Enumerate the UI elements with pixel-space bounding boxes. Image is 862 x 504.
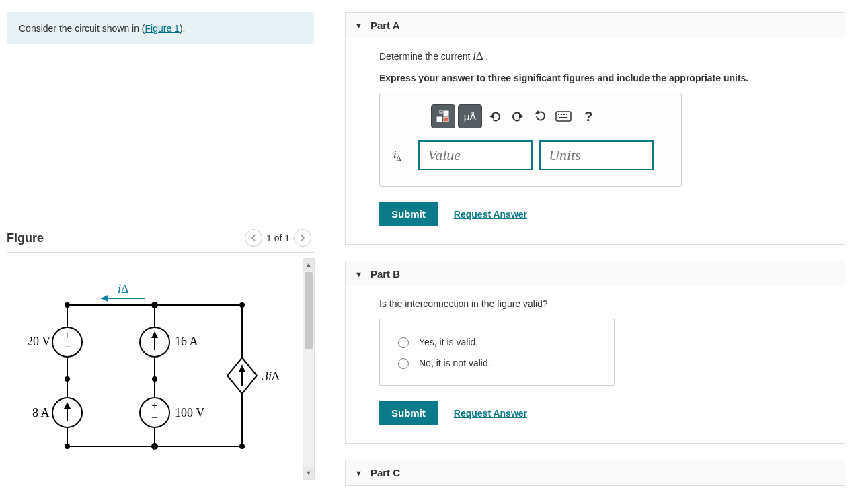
reset-button[interactable] — [531, 104, 551, 128]
radio-yes[interactable] — [398, 337, 409, 348]
collapse-icon: ▼ — [355, 22, 362, 30]
prompt-suffix: ). — [180, 23, 186, 34]
label-3idelta: 3i∆ — [262, 370, 279, 383]
figure-counter: 1 of 1 — [266, 233, 290, 243]
current-i-delta-arrow: i∆ — [101, 282, 145, 302]
svg-rect-33 — [558, 114, 559, 115]
undo-icon — [488, 110, 502, 122]
template-button[interactable] — [431, 104, 455, 128]
svg-point-7 — [239, 444, 245, 449]
svg-point-1 — [151, 302, 158, 308]
svg-text:−: − — [151, 411, 158, 424]
submit-button-a[interactable]: Submit — [379, 202, 438, 226]
figure-next-button[interactable] — [294, 229, 311, 247]
request-answer-a[interactable]: Request Answer — [454, 209, 527, 220]
option-no-label: No, it is not valid. — [419, 358, 491, 368]
source-100v: + − 100 V — [140, 398, 204, 427]
part-b-question: Is the interconnection in the figure val… — [379, 298, 830, 309]
radio-no[interactable] — [398, 358, 409, 369]
svg-marker-9 — [101, 295, 108, 302]
answer-row: i∆ = — [393, 140, 668, 170]
figure-body: i∆ + − 20 V 8 A — [7, 258, 314, 480]
redo-button[interactable] — [508, 104, 528, 128]
radio-panel: Yes, it is valid. No, it is not valid. — [379, 319, 615, 386]
svg-point-3 — [65, 376, 70, 382]
source-20v: + − 20 V — [27, 327, 82, 357]
value-input[interactable] — [418, 140, 533, 170]
svg-point-0 — [65, 302, 70, 308]
part-a-title: Part A — [370, 19, 400, 31]
svg-text:+: + — [64, 329, 70, 341]
part-b-title: Part B — [370, 268, 400, 280]
request-answer-b[interactable]: Request Answer — [454, 408, 527, 419]
figure-link[interactable]: Figure 1 — [145, 23, 180, 34]
keyboard-icon — [555, 111, 572, 122]
svg-rect-37 — [559, 117, 567, 118]
source-dependent-3idelta: 3i∆ — [227, 358, 279, 394]
collapse-icon: ▼ — [355, 270, 362, 278]
svg-rect-27 — [444, 117, 448, 122]
problem-prompt: Consider the circuit shown in (Figure 1)… — [7, 12, 314, 44]
part-c-block: ▼ Part C — [345, 460, 845, 486]
prompt-prefix: Consider the circuit shown in ( — [19, 23, 145, 34]
units-button[interactable]: μÅ — [458, 104, 482, 128]
figure-title: Figure — [7, 231, 44, 245]
right-pane: ▼ Part A Determine the current i∆ . Expr… — [321, 0, 862, 504]
svg-point-5 — [65, 444, 70, 449]
svg-point-2 — [239, 302, 245, 308]
svg-rect-25 — [437, 117, 442, 122]
left-pane: Consider the circuit shown in (Figure 1)… — [0, 0, 321, 504]
chevron-left-icon — [250, 235, 257, 241]
label-20v: 20 V — [27, 335, 50, 348]
label-i-delta: i∆ — [118, 282, 128, 296]
svg-rect-36 — [566, 114, 567, 115]
part-b-header[interactable]: ▼ Part B — [346, 261, 845, 286]
option-no[interactable]: No, it is not valid. — [395, 352, 599, 373]
part-a-header[interactable]: ▼ Part A — [346, 12, 845, 38]
figure-nav: 1 of 1 — [245, 229, 311, 247]
help-button[interactable]: ? — [576, 104, 600, 128]
figure-header: Figure 1 of 1 — [7, 229, 314, 253]
units-input[interactable] — [539, 140, 654, 170]
part-b-block: ▼ Part B Is the interconnection in the f… — [345, 261, 845, 444]
source-8a: 8 A — [32, 398, 82, 427]
label-100v: 100 V — [175, 406, 204, 419]
scroll-thumb[interactable] — [305, 272, 313, 349]
svg-point-6 — [151, 443, 158, 450]
label-8a: 8 A — [32, 406, 50, 419]
submit-button-b[interactable]: Submit — [379, 401, 438, 425]
keyboard-button[interactable] — [553, 104, 574, 128]
part-c-title: Part C — [370, 467, 400, 478]
collapse-icon: ▼ — [355, 469, 362, 477]
fraction-template-icon — [436, 110, 450, 123]
source-16a: 16 A — [140, 327, 198, 357]
svg-rect-32 — [556, 112, 571, 121]
scroll-down-icon[interactable]: ▼ — [303, 467, 314, 479]
part-a-block: ▼ Part A Determine the current i∆ . Expr… — [345, 12, 845, 245]
reset-icon — [534, 110, 547, 123]
svg-rect-34 — [561, 114, 562, 115]
svg-text:−: − — [64, 340, 71, 353]
option-yes-label: Yes, it is valid. — [419, 337, 478, 347]
figure-prev-button[interactable] — [245, 229, 262, 247]
variable-label: i∆ = — [393, 148, 412, 162]
svg-rect-26 — [444, 111, 448, 116]
figure-scrollbar[interactable]: ▲ ▼ — [303, 258, 315, 480]
part-a-instruction-2: Express your answer to three significant… — [379, 73, 830, 83]
scroll-up-icon[interactable]: ▲ — [303, 259, 314, 271]
answer-panel: μÅ ? — [379, 93, 682, 187]
svg-text:+: + — [151, 400, 157, 411]
undo-button[interactable] — [485, 104, 505, 128]
chevron-right-icon — [299, 235, 306, 241]
svg-rect-28 — [440, 110, 442, 113]
svg-rect-35 — [563, 114, 565, 115]
label-16a: 16 A — [175, 335, 198, 348]
circuit-diagram: i∆ + − 20 V 8 A — [13, 278, 296, 466]
answer-toolbar: μÅ ? — [431, 104, 668, 128]
part-c-header[interactable]: ▼ Part C — [346, 460, 845, 485]
option-yes[interactable]: Yes, it is valid. — [395, 331, 599, 352]
redo-icon — [511, 110, 524, 122]
part-a-instruction-1: Determine the current i∆ . — [379, 50, 830, 63]
svg-point-4 — [152, 376, 157, 382]
